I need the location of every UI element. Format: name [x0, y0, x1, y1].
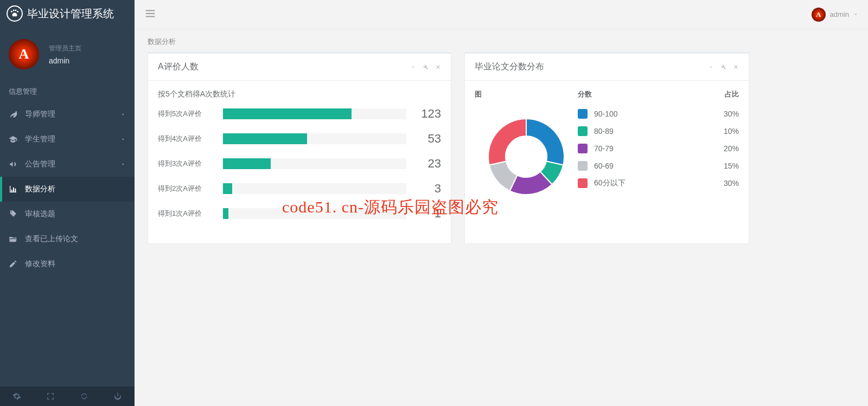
bar-chart-icon	[9, 185, 18, 194]
col-ratio: 占比	[695, 89, 739, 99]
legend-row: 80-8910%	[578, 126, 739, 136]
avatar: A	[9, 39, 39, 69]
legend-swatch	[578, 144, 588, 153]
bar-row: 得到3次A评价23	[158, 157, 441, 171]
tag-icon	[9, 210, 18, 218]
donut-slice	[526, 119, 564, 165]
bar-row: 得到2次A评价3	[158, 182, 441, 196]
legend-percent: 10%	[706, 127, 739, 136]
legend-label: 70-79	[594, 144, 706, 153]
legend-swatch	[578, 178, 588, 188]
wrench-icon[interactable]	[423, 62, 429, 72]
hamburger-icon[interactable]	[144, 8, 156, 22]
edit-icon	[9, 260, 18, 268]
sidebar-item[interactable]: 导师管理	[0, 102, 135, 127]
chevron-down-icon	[853, 12, 858, 17]
sidebar-bottom-bar	[0, 386, 135, 406]
sidebar-item-label: 查看已上传论文	[25, 234, 78, 244]
bar-track	[223, 133, 406, 144]
power-button[interactable]	[101, 386, 135, 406]
folder-open-icon	[9, 235, 18, 243]
col-chart: 图	[475, 89, 578, 99]
legend-row: 90-10030%	[578, 109, 739, 119]
panel-subtitle: 按5个文档得A次数统计	[158, 89, 441, 99]
bar-value: 1	[414, 207, 441, 221]
legend-row: 60-6915%	[578, 161, 739, 171]
sidebar-item[interactable]: 数据分析	[0, 177, 135, 202]
leaf-icon	[9, 110, 18, 119]
legend-label: 60-69	[594, 162, 706, 170]
profile-role: 管理员主页	[49, 44, 81, 53]
bar-value: 123	[414, 107, 441, 121]
sidebar-nav: 导师管理学生管理公告管理数据分析审核选题查看已上传论文修改资料	[0, 102, 135, 386]
refresh-button[interactable]	[67, 386, 101, 406]
bar-label: 得到1次A评价	[158, 209, 223, 218]
legend-percent: 15%	[706, 162, 739, 170]
sidebar-item[interactable]: 修改资料	[0, 252, 135, 276]
sidebar-item-label: 学生管理	[25, 134, 55, 144]
logo-row: 毕业设计管理系统	[0, 0, 135, 27]
sidebar-item-label: 修改资料	[25, 259, 55, 269]
topbar: A admin	[135, 0, 868, 29]
sidebar-item-label: 导师管理	[25, 109, 55, 119]
bar-track	[223, 108, 406, 119]
sidebar-item[interactable]: 公告管理	[0, 152, 135, 177]
close-icon[interactable]	[733, 62, 739, 72]
avatar: A	[812, 8, 826, 22]
panel-title: 毕业论文分数分布	[475, 61, 544, 73]
sidebar-section-label: 信息管理	[0, 81, 135, 102]
panel-score-distribution: 毕业论文分数分布 图 分数 占比	[464, 52, 749, 244]
legend-row: 70-7920%	[578, 144, 739, 153]
close-icon[interactable]	[435, 62, 441, 72]
legend-percent: 20%	[706, 144, 739, 153]
legend-percent: 30%	[706, 179, 739, 188]
legend-label: 90-100	[594, 109, 706, 118]
bullhorn-icon	[9, 160, 18, 169]
legend-percent: 30%	[706, 109, 739, 118]
main: A admin 数据分析 A评价人数 按5个文档得A次数统计	[135, 0, 868, 406]
legend-row: 60分以下30%	[578, 178, 739, 188]
bar-track	[223, 183, 406, 194]
legend-label: 60分以下	[594, 178, 706, 188]
bar-label: 得到5次A评价	[158, 109, 223, 119]
user-name: admin	[830, 10, 849, 18]
donut-chart	[475, 109, 578, 200]
legend-swatch	[578, 161, 588, 171]
donut-slice	[488, 119, 526, 165]
chevron-down-icon	[120, 135, 126, 144]
user-menu[interactable]: A admin	[812, 8, 858, 22]
bar-track	[223, 208, 406, 219]
profile-block: A 管理员主页 admin	[0, 27, 135, 81]
sidebar-item[interactable]: 查看已上传论文	[0, 227, 135, 252]
settings-button[interactable]	[0, 386, 34, 406]
panel-title: A评价人数	[158, 61, 199, 73]
fullscreen-button[interactable]	[34, 386, 67, 406]
panel-a-ratings: A评价人数 按5个文档得A次数统计 得到5次A评价123得到4次A评价53得到3…	[148, 52, 451, 244]
sidebar: 毕业设计管理系统 A 管理员主页 admin 信息管理 导师管理学生管理公告管理…	[0, 0, 135, 406]
paw-icon	[7, 5, 23, 22]
sidebar-item-label: 审核选题	[25, 209, 55, 219]
bar-label: 得到3次A评价	[158, 159, 223, 169]
col-score: 分数	[578, 89, 695, 99]
bar-label: 得到2次A评价	[158, 184, 223, 194]
breadcrumb: 数据分析	[135, 29, 868, 52]
profile-name: admin	[49, 56, 81, 65]
graduation-icon	[9, 135, 18, 144]
bar-row: 得到1次A评价1	[158, 207, 441, 221]
bar-label: 得到4次A评价	[158, 134, 223, 144]
bar-value: 23	[414, 157, 441, 171]
app-title: 毕业设计管理系统	[27, 7, 114, 21]
collapse-icon[interactable]	[708, 62, 714, 72]
legend-label: 80-89	[594, 127, 706, 136]
wrench-icon[interactable]	[720, 62, 726, 72]
legend-swatch	[578, 109, 588, 119]
bar-row: 得到4次A评价53	[158, 132, 441, 146]
bar-row: 得到5次A评价123	[158, 107, 441, 121]
collapse-icon[interactable]	[410, 62, 416, 72]
sidebar-item[interactable]: 学生管理	[0, 127, 135, 152]
bar-track	[223, 158, 406, 169]
bar-value: 53	[414, 132, 441, 146]
sidebar-item[interactable]: 审核选题	[0, 202, 135, 227]
chevron-down-icon	[120, 160, 126, 169]
chevron-down-icon	[120, 110, 126, 119]
